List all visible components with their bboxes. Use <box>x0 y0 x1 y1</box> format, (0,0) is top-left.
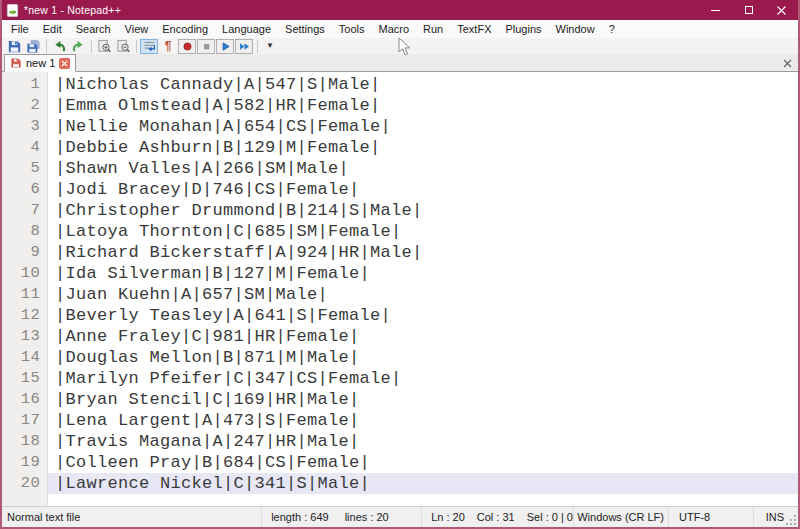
stop-recording-button[interactable] <box>197 39 215 54</box>
menu-item[interactable]: Macro <box>371 21 416 37</box>
toolbar-separator <box>136 40 137 53</box>
toolbar-overflow-button[interactable]: ▼ <box>261 39 279 54</box>
zoom-in-button[interactable] <box>95 39 113 54</box>
menu-item[interactable]: Window <box>549 21 602 37</box>
line-number: 14 <box>2 347 47 368</box>
save-all-button[interactable] <box>24 39 42 54</box>
line-number: 18 <box>2 431 47 452</box>
editor-line[interactable]: |Christopher Drummond|B|214|S|Male| <box>48 200 798 221</box>
editor-line[interactable]: |Emma Olmstead|A|582|HR|Female| <box>48 95 798 116</box>
tab-close-button[interactable] <box>59 58 70 69</box>
multi-play-icon <box>238 40 251 53</box>
maximize-button[interactable] <box>732 0 765 20</box>
line-number: 6 <box>2 179 47 200</box>
editor-line[interactable]: |Marilyn Pfeifer|C|347|CS|Female| <box>48 368 798 389</box>
menu-item[interactable]: Plugins <box>498 21 548 37</box>
playback-macro-button[interactable] <box>216 39 234 54</box>
save-icon <box>7 39 22 54</box>
window-controls <box>699 0 798 20</box>
redo-icon <box>71 39 86 54</box>
status-encoding: UTF-8 <box>668 507 753 527</box>
toolbar-separator <box>46 40 47 53</box>
line-number: 20 <box>2 473 47 494</box>
status-lines: lines : 20 <box>345 511 389 523</box>
editor-line[interactable]: |Bryan Stencil|C|169|HR|Male| <box>48 389 798 410</box>
editor-line[interactable]: |Lawrence Nickel|C|341|S|Male| <box>48 473 798 494</box>
toolbar-separator <box>91 40 92 53</box>
word-wrap-icon <box>143 40 156 53</box>
editor-line[interactable]: |Latoya Thornton|C|685|SM|Female| <box>48 221 798 242</box>
menu-bar: FileEditSearchViewEncodingLanguageSettin… <box>2 20 798 38</box>
editor-line[interactable]: |Colleen Pray|B|684|CS|Female| <box>48 452 798 473</box>
line-number: 5 <box>2 158 47 179</box>
line-number: 15 <box>2 368 47 389</box>
editor-line[interactable]: |Debbie Ashburn|B|129|M|Female| <box>48 137 798 158</box>
play-icon <box>219 40 232 53</box>
tab-new-1[interactable]: new 1 <box>4 54 76 72</box>
notepad-plus-plus-app-icon <box>6 4 19 17</box>
editor-line[interactable]: |Beverly Teasley|A|641|S|Female| <box>48 305 798 326</box>
start-recording-button[interactable] <box>178 39 196 54</box>
line-number: 1 <box>2 74 47 95</box>
line-number: 8 <box>2 221 47 242</box>
close-icon <box>61 60 68 67</box>
pilcrow-icon: ¶ <box>165 40 172 52</box>
line-number: 4 <box>2 137 47 158</box>
minimize-button[interactable] <box>699 0 732 20</box>
title-bar: *new 1 - Notepad++ <box>2 0 798 20</box>
menu-item[interactable]: Edit <box>36 21 69 37</box>
editor-line[interactable]: |Douglas Mellon|B|871|M|Male| <box>48 347 798 368</box>
menu-item[interactable]: TextFX <box>450 21 498 37</box>
editor-line[interactable]: |Travis Magana|A|247|HR|Male| <box>48 431 798 452</box>
status-bar: Normal text file length : 649 lines : 20… <box>2 506 798 527</box>
line-number: 2 <box>2 95 47 116</box>
close-button[interactable] <box>765 0 798 20</box>
tab-label: new 1 <box>26 57 55 69</box>
line-number: 17 <box>2 410 47 431</box>
status-length: length : 649 <box>271 511 329 523</box>
line-number: 9 <box>2 242 47 263</box>
status-column: Col : 31 <box>477 511 515 523</box>
status-doc-size: length : 649 lines : 20 <box>261 507 421 527</box>
unsaved-changes-icon <box>10 57 22 69</box>
editor-line[interactable]: |Nellie Monahan|A|654|CS|Female| <box>48 116 798 137</box>
status-cursor-position: Ln : 20 Col : 31 Sel : 0 | 0 <box>421 507 573 527</box>
menu-item[interactable]: ? <box>602 21 622 37</box>
zoom-out-button[interactable] <box>114 39 132 54</box>
undo-icon <box>52 39 67 54</box>
editor-line[interactable]: |Anne Fraley|C|981|HR|Female| <box>48 326 798 347</box>
tab-bar: new 1 <box>2 54 798 72</box>
save-button[interactable] <box>5 39 23 54</box>
editor-line[interactable]: |Lena Largent|A|473|S|Female| <box>48 410 798 431</box>
editor-line[interactable]: |Nicholas Cannady|A|547|S|Male| <box>48 74 798 95</box>
menu-item[interactable]: Settings <box>278 21 332 37</box>
chevron-down-icon: ▼ <box>266 42 274 50</box>
redo-button[interactable] <box>69 39 87 54</box>
menu-item[interactable]: Language <box>215 21 278 37</box>
editor-line[interactable]: |Juan Kuehn|A|657|SM|Male| <box>48 284 798 305</box>
editor-line[interactable]: |Shawn Valles|A|266|SM|Male| <box>48 158 798 179</box>
line-number: 12 <box>2 305 47 326</box>
line-number: 19 <box>2 452 47 473</box>
document-close-icon[interactable] <box>783 59 792 68</box>
window-title: *new 1 - Notepad++ <box>24 4 121 16</box>
menu-item[interactable]: File <box>4 21 36 37</box>
resize-grip[interactable] <box>785 514 797 526</box>
menu-item[interactable]: Encoding <box>155 21 215 37</box>
editor-line[interactable]: |Richard Bickerstaff|A|924|HR|Male| <box>48 242 798 263</box>
word-wrap-button[interactable] <box>140 39 158 54</box>
toolbar-separator <box>257 40 258 53</box>
undo-button[interactable] <box>50 39 68 54</box>
editor-line[interactable]: |Ida Silverman|B|127|M|Female| <box>48 263 798 284</box>
menu-item[interactable]: Tools <box>332 21 372 37</box>
menu-item[interactable]: Run <box>416 21 450 37</box>
line-number: 16 <box>2 389 47 410</box>
stop-icon <box>200 40 213 53</box>
run-macro-multiple-times-button[interactable] <box>235 39 253 54</box>
show-all-characters-button[interactable]: ¶ <box>159 39 177 54</box>
editor-text-area[interactable]: |Nicholas Cannady|A|547|S|Male||Emma Olm… <box>48 72 798 506</box>
menu-item[interactable]: View <box>118 21 156 37</box>
editor-line[interactable]: |Jodi Bracey|D|746|CS|Female| <box>48 179 798 200</box>
record-icon <box>181 40 194 53</box>
menu-item[interactable]: Search <box>69 21 118 37</box>
